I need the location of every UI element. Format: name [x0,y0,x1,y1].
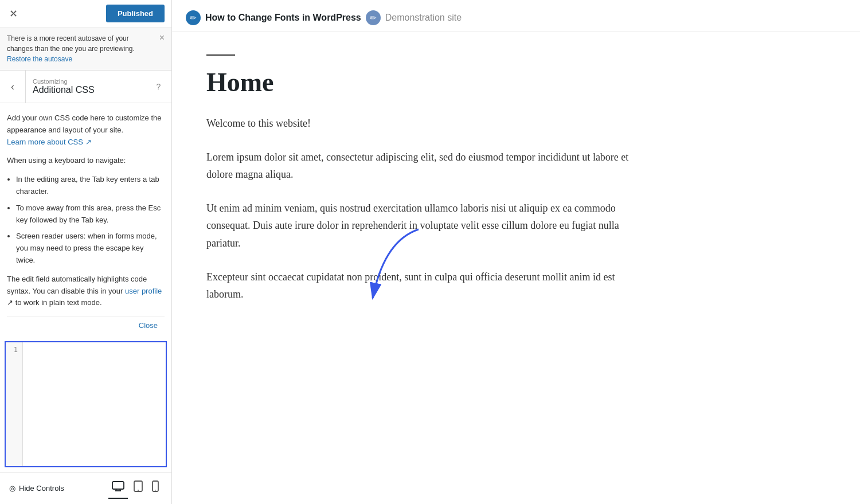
restore-autosave-link[interactable]: Restore the autosave [7,55,72,63]
help-button[interactable]: ? [146,71,171,103]
edit-field-note: The edit field automatically highlights … [7,274,165,309]
close-icon: ✕ [9,7,18,20]
back-button[interactable]: ‹ [0,71,26,103]
mobile-device-button[interactable] [148,477,162,499]
svg-rect-0 [112,482,124,489]
bottom-controls-bar: ◎ Hide Controls [0,472,171,504]
keyboard-tip-3: Screen reader users: when in forms mode,… [16,230,165,266]
svg-point-7 [155,490,156,491]
back-icon: ‹ [11,81,14,93]
close-link-row: Close [7,316,165,334]
user-profile-link[interactable]: user profile [125,287,162,295]
line-numbers: 1 [6,342,23,466]
customizing-section-title: Additional CSS [33,85,95,95]
published-button[interactable]: Published [106,5,165,22]
keyboard-tips-list: In the editing area, the Tab key enters … [7,174,165,267]
hide-controls-label: Hide Controls [19,484,64,493]
demo-site-label: Demonstration site [385,13,462,23]
preview-site-title-link[interactable]: How to Change Fonts in WordPress [205,13,361,23]
autosave-text: There is a more recent autosave of your … [7,33,155,64]
customizing-info: Customizing Additional CSS [26,73,146,100]
customizer-sidebar: ✕ Published There is a more recent autos… [0,0,172,504]
keyboard-tip-2: To move away from this area, press the E… [16,202,165,226]
css-textarea[interactable] [23,342,166,466]
content-divider [206,54,235,56]
close-button[interactable]: ✕ [7,5,20,22]
keyboard-tip-1: In the editing area, the Tab key enters … [16,174,165,198]
preview-wrapper: ✏ How to Change Fonts in WordPress ✏ Dem… [172,0,860,504]
autosave-notice: There is a more recent autosave of your … [0,28,171,71]
tablet-icon [134,483,143,494]
desktop-icon [112,482,124,494]
keyboard-heading: When using a keyboard to navigate: [7,155,165,167]
close-instructions-link[interactable]: Close [139,321,158,330]
css-description: Add your own CSS code here to customize … [7,112,165,148]
preview-area: ✏ How to Change Fonts in WordPress ✏ Dem… [172,0,860,342]
customizing-label: Customizing [33,78,139,85]
svg-point-5 [138,490,139,491]
help-icon: ? [157,82,161,91]
preview-site-title: How to Change Fonts in WordPress [205,13,361,23]
desktop-device-button[interactable] [108,478,128,499]
preview-paragraph-3: Excepteur sint occaecat cupidatat non pr… [206,268,654,303]
css-editor[interactable]: 1 [5,341,167,467]
hide-controls-icon: ◎ [9,484,15,493]
preview-paragraph-2: Ut enim ad minim veniam, quis nostrud ex… [206,200,654,252]
sidebar-top-bar: ✕ Published [0,0,171,28]
preview-page-heading: Home [206,67,654,97]
mobile-icon [152,483,159,494]
preview-paragraph-1: Lorem ipsum dolor sit amet, consectetur … [206,149,654,183]
demo-site-link[interactable]: Demonstration site [385,13,462,23]
learn-css-link[interactable]: Learn more about CSS ↗ [7,138,92,146]
device-buttons [108,477,162,499]
site-icon: ✏ [186,10,201,25]
customizing-header: ‹ Customizing Additional CSS ? [0,71,171,103]
preview-content: Home Welcome to this website! Lorem ipsu… [172,32,688,342]
demo-site-icon: ✏ [366,10,381,25]
preview-welcome-text: Welcome to this website! [206,115,654,132]
sidebar-instructions: Add your own CSS code here to customize … [0,103,171,337]
hide-controls-button[interactable]: ◎ Hide Controls [9,484,64,493]
dismiss-notice-button[interactable]: × [159,33,165,42]
preview-topbar: ✏ How to Change Fonts in WordPress ✏ Dem… [172,0,860,32]
tablet-device-button[interactable] [130,477,146,499]
